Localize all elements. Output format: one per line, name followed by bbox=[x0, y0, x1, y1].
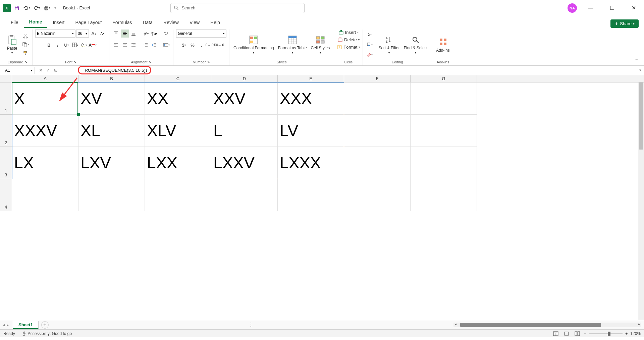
tab-formulas[interactable]: Formulas bbox=[107, 17, 137, 28]
percent-format-icon[interactable]: % bbox=[189, 41, 197, 49]
zoom-out-button[interactable]: − bbox=[584, 331, 586, 336]
find-select-button[interactable]: Find & Select▾ bbox=[402, 33, 429, 55]
increase-decimal-icon[interactable]: .0→.00 bbox=[206, 41, 214, 49]
sheet-nav-prev-icon[interactable]: ◂ bbox=[3, 323, 5, 327]
name-box[interactable]: A1▾ bbox=[3, 67, 35, 74]
cell[interactable]: XLV bbox=[145, 115, 211, 147]
horizontal-scrollbar[interactable]: ◂ ▸ bbox=[453, 323, 641, 327]
cell[interactable]: X bbox=[12, 82, 78, 115]
borders-icon[interactable]: ▾ bbox=[71, 41, 79, 49]
cell[interactable]: XXXV bbox=[12, 115, 78, 147]
wrap-text-icon[interactable]: ab bbox=[162, 30, 170, 38]
sheet-tab-sheet1[interactable]: Sheet1 bbox=[13, 321, 39, 329]
cell[interactable] bbox=[411, 82, 477, 115]
maximize-button[interactable]: ☐ bbox=[604, 3, 620, 13]
number-launcher-icon[interactable]: ⬊ bbox=[207, 60, 210, 64]
paste-button[interactable]: Paste ▾ bbox=[5, 33, 19, 56]
zoom-level[interactable]: 120% bbox=[630, 331, 641, 336]
page-layout-view-icon[interactable] bbox=[562, 330, 571, 337]
insert-function-icon[interactable]: fx bbox=[52, 67, 59, 74]
print-icon[interactable]: ▾ bbox=[43, 4, 51, 12]
cell[interactable] bbox=[145, 179, 211, 211]
addins-button[interactable]: Add-ins bbox=[435, 35, 451, 54]
fill-icon[interactable]: ▾ bbox=[366, 41, 374, 49]
cell[interactable]: XV bbox=[78, 82, 145, 115]
align-right-icon[interactable] bbox=[129, 41, 138, 49]
cell[interactable]: LX bbox=[12, 147, 78, 179]
cell[interactable] bbox=[344, 115, 411, 147]
cell-styles-button[interactable]: Cell Styles▾ bbox=[310, 33, 331, 55]
rtl-icon[interactable]: ¶◂▾ bbox=[150, 30, 158, 38]
align-middle-icon[interactable] bbox=[121, 30, 129, 38]
row-header-4[interactable]: 4 bbox=[0, 179, 12, 211]
cell[interactable]: LXV bbox=[78, 147, 145, 179]
tab-data[interactable]: Data bbox=[137, 17, 158, 28]
number-format-combo[interactable]: General▾ bbox=[176, 30, 226, 38]
col-header-b[interactable]: B bbox=[78, 75, 145, 82]
format-cells-button[interactable]: Format▾ bbox=[337, 44, 360, 50]
cell[interactable]: LXXX bbox=[278, 147, 344, 179]
alignment-launcher-icon[interactable]: ⬊ bbox=[149, 60, 151, 64]
tab-page-layout[interactable]: Page Layout bbox=[70, 17, 107, 28]
cell[interactable]: LV bbox=[278, 115, 344, 147]
select-all-corner[interactable] bbox=[0, 75, 12, 82]
cell[interactable] bbox=[411, 179, 477, 211]
col-header-a[interactable]: A bbox=[12, 75, 78, 82]
cell[interactable] bbox=[344, 82, 411, 115]
vertical-scrollbar-thumb[interactable] bbox=[639, 82, 643, 150]
align-top-icon[interactable] bbox=[112, 30, 120, 38]
font-size-combo[interactable]: 36▾ bbox=[76, 30, 89, 38]
col-header-e[interactable]: E bbox=[278, 75, 344, 82]
align-bottom-icon[interactable] bbox=[129, 30, 138, 38]
close-button[interactable]: ✕ bbox=[626, 3, 641, 13]
cell[interactable] bbox=[411, 115, 477, 147]
share-button[interactable]: Share ▾ bbox=[610, 19, 639, 28]
clipboard-launcher-icon[interactable]: ⬊ bbox=[25, 60, 28, 64]
font-launcher-icon[interactable]: ⬊ bbox=[74, 60, 76, 64]
format-as-table-button[interactable]: Format as Table▾ bbox=[277, 33, 308, 55]
tab-home[interactable]: Home bbox=[24, 16, 48, 28]
zoom-slider-thumb[interactable] bbox=[608, 332, 610, 336]
cell[interactable] bbox=[78, 179, 145, 211]
autosum-icon[interactable]: Σ▾ bbox=[366, 31, 374, 39]
tab-insert[interactable]: Insert bbox=[47, 17, 70, 28]
decrease-font-icon[interactable]: A▾ bbox=[98, 30, 106, 38]
cell[interactable]: XX bbox=[145, 82, 211, 115]
collapse-ribbon-icon[interactable]: ⌃ bbox=[632, 56, 641, 65]
tab-view[interactable]: View bbox=[184, 17, 205, 28]
increase-indent-icon[interactable] bbox=[150, 41, 158, 49]
font-color-icon[interactable]: A▾ bbox=[89, 41, 97, 49]
sort-filter-button[interactable]: AZ Sort & Filter▾ bbox=[377, 33, 401, 55]
cell[interactable] bbox=[278, 179, 344, 211]
undo-icon[interactable]: ▾ bbox=[23, 4, 31, 12]
page-break-view-icon[interactable] bbox=[573, 330, 581, 337]
zoom-in-button[interactable]: + bbox=[625, 331, 628, 336]
cell[interactable] bbox=[411, 147, 477, 179]
minimize-button[interactable]: — bbox=[583, 3, 598, 13]
formula-input[interactable]: =ROMAN(SEQUENCE(3,5,10,5)) bbox=[59, 68, 639, 73]
user-avatar[interactable]: NA bbox=[568, 3, 577, 13]
formula-enter-icon[interactable]: ✓ bbox=[44, 67, 52, 74]
decrease-indent-icon[interactable] bbox=[142, 41, 150, 49]
cell[interactable]: LXXV bbox=[211, 147, 278, 179]
accessibility-status[interactable]: Accessibility: Good to go bbox=[22, 331, 72, 336]
tab-file[interactable]: File bbox=[5, 17, 24, 28]
row-header-2[interactable]: 2 bbox=[0, 115, 12, 147]
fill-handle[interactable] bbox=[77, 113, 80, 116]
tab-help[interactable]: Help bbox=[205, 17, 225, 28]
copy-icon[interactable]: ▾ bbox=[21, 41, 30, 49]
cell[interactable]: XXV bbox=[211, 82, 278, 115]
redo-icon[interactable]: ▾ bbox=[33, 4, 41, 12]
align-left-icon[interactable] bbox=[112, 41, 120, 49]
insert-cells-button[interactable]: Insert▾ bbox=[338, 30, 359, 35]
accounting-format-icon[interactable]: $▾ bbox=[180, 41, 188, 49]
zoom-slider[interactable] bbox=[589, 333, 623, 334]
cut-icon[interactable] bbox=[21, 32, 30, 40]
save-icon[interactable] bbox=[13, 4, 21, 12]
align-center-icon[interactable] bbox=[121, 41, 129, 49]
hscroll-right-icon[interactable]: ▸ bbox=[638, 322, 640, 326]
vertical-scrollbar[interactable] bbox=[638, 82, 644, 320]
col-header-f[interactable]: F bbox=[344, 75, 411, 82]
search-box[interactable]: Search bbox=[170, 3, 305, 13]
cell[interactable]: XL bbox=[78, 115, 145, 147]
